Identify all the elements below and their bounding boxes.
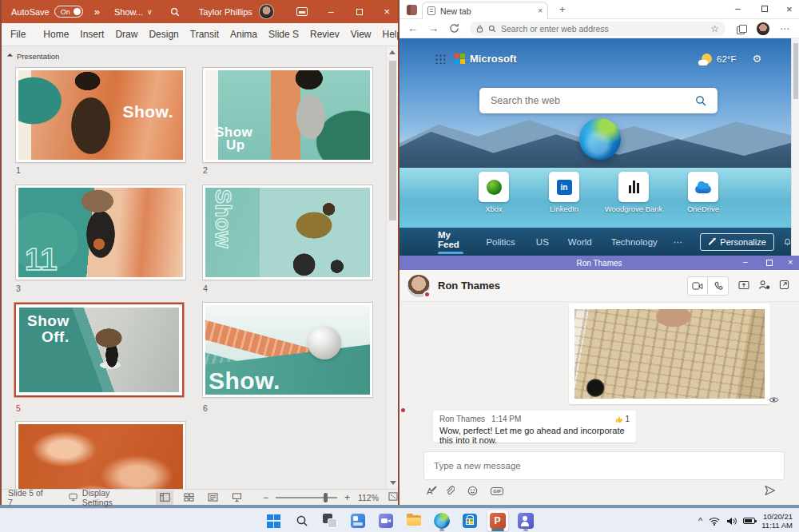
scrollbar-thumb[interactable] bbox=[389, 61, 396, 220]
microsoft-logo[interactable]: Microsoft bbox=[455, 53, 517, 65]
file-explorer-button[interactable] bbox=[403, 510, 424, 531]
minimize-button[interactable]: – bbox=[328, 6, 334, 18]
slide-thumbnail-7[interactable] bbox=[16, 422, 185, 489]
shortcut-onedrive[interactable] bbox=[688, 172, 718, 202]
zoom-slider[interactable] bbox=[276, 497, 337, 498]
wifi-icon[interactable] bbox=[709, 517, 720, 526]
ribbon-display-options-icon[interactable] bbox=[296, 7, 308, 16]
scroll-up-icon[interactable] bbox=[389, 50, 396, 54]
ribbon-tab-animations[interactable]: Anima bbox=[225, 29, 263, 40]
feed-tab-my-feed[interactable]: My Feed bbox=[438, 230, 463, 254]
tab-close-icon[interactable]: × bbox=[538, 6, 543, 15]
shortcut-xbox[interactable] bbox=[479, 172, 509, 202]
autosave-toggle[interactable]: On bbox=[54, 6, 83, 18]
ribbon-tab-slideshow[interactable]: Slide S bbox=[263, 29, 304, 40]
zoom-out-button[interactable]: − bbox=[263, 492, 268, 503]
send-icon[interactable] bbox=[764, 485, 776, 496]
minimize-button[interactable]: – bbox=[735, 3, 741, 14]
contact-avatar[interactable] bbox=[407, 275, 430, 297]
shortcut-woodgrove-bank[interactable] bbox=[618, 172, 649, 202]
ribbon-tab-review[interactable]: Reviev bbox=[304, 29, 345, 40]
account-avatar[interactable] bbox=[259, 4, 274, 19]
pop-out-button[interactable] bbox=[779, 279, 789, 293]
document-title[interactable]: Show... bbox=[114, 7, 143, 17]
forward-button[interactable]: → bbox=[428, 22, 439, 34]
ribbon-tab-file[interactable]: File bbox=[5, 29, 31, 40]
title-dropdown-icon[interactable]: ∨ bbox=[147, 8, 153, 16]
address-input[interactable] bbox=[501, 24, 706, 34]
tray-overflow-chevron-icon[interactable]: ^ bbox=[698, 516, 702, 526]
web-search-box[interactable] bbox=[479, 88, 718, 113]
ribbon-tab-home[interactable]: Home bbox=[38, 29, 74, 40]
scroll-down-icon[interactable] bbox=[390, 481, 396, 485]
search-icon[interactable] bbox=[695, 95, 706, 106]
thumbnail-scrollbar[interactable] bbox=[386, 46, 398, 489]
feed-more-tabs-icon[interactable]: ⋯ bbox=[674, 236, 683, 248]
feed-tab-world[interactable]: World bbox=[568, 237, 592, 247]
reading-view-button[interactable] bbox=[204, 490, 221, 505]
ribbon-tab-draw[interactable]: Draw bbox=[109, 29, 143, 40]
search-icon[interactable] bbox=[170, 7, 180, 17]
slide-thumbnail-3[interactable]: 11 bbox=[16, 185, 185, 280]
account-name[interactable]: Taylor Phillips bbox=[199, 7, 252, 17]
display-settings-button[interactable]: Display Settings bbox=[69, 488, 137, 507]
back-button[interactable]: ← bbox=[407, 22, 418, 34]
volume-icon[interactable] bbox=[726, 517, 737, 526]
format-icon[interactable]: A bbox=[427, 486, 432, 496]
add-people-button[interactable] bbox=[758, 279, 770, 293]
profile-avatar[interactable] bbox=[757, 22, 769, 35]
battery-icon[interactable] bbox=[743, 518, 755, 524]
video-call-button[interactable] bbox=[687, 276, 708, 296]
slide-thumbnail-2[interactable]: Show Up bbox=[203, 68, 372, 162]
slide-thumbnail-4[interactable]: Show bbox=[203, 185, 372, 280]
zoom-slider-thumb[interactable] bbox=[324, 493, 328, 502]
attach-icon[interactable] bbox=[445, 486, 455, 496]
refresh-icon[interactable] bbox=[449, 23, 459, 34]
chat-button[interactable] bbox=[376, 510, 396, 531]
start-button[interactable] bbox=[264, 510, 284, 531]
page-settings-gear-icon[interactable]: ⚙ bbox=[752, 53, 761, 65]
fit-slide-button[interactable] bbox=[388, 492, 398, 502]
message-reaction[interactable]: 1 bbox=[615, 415, 630, 423]
presentation-section-header[interactable]: Presentation bbox=[8, 52, 59, 61]
tab-actions-menu-icon[interactable] bbox=[407, 5, 417, 15]
powerpoint-taskbar-button[interactable]: P bbox=[487, 510, 508, 531]
close-button[interactable]: × bbox=[786, 3, 793, 15]
taskbar-search-button[interactable] bbox=[292, 510, 312, 531]
maximize-button[interactable] bbox=[356, 9, 363, 15]
zoom-level[interactable]: 112% bbox=[358, 493, 379, 502]
maximize-button[interactable] bbox=[761, 6, 768, 12]
ribbon-tab-view[interactable]: View bbox=[345, 29, 377, 40]
browser-tab-new-tab[interactable]: New tab × bbox=[422, 2, 548, 19]
shortcut-linkedin[interactable]: in bbox=[549, 172, 579, 202]
address-bar[interactable]: ☆ bbox=[470, 22, 725, 36]
minimize-button[interactable]: – bbox=[743, 257, 748, 266]
settings-overflow-icon[interactable]: ⋯ bbox=[780, 23, 789, 34]
zoom-in-button[interactable]: + bbox=[344, 492, 350, 503]
edge-taskbar-button[interactable] bbox=[431, 510, 452, 531]
normal-view-button[interactable] bbox=[156, 490, 173, 505]
app-launcher-icon[interactable] bbox=[435, 54, 445, 64]
collections-icon[interactable] bbox=[737, 25, 745, 33]
compose-box[interactable] bbox=[423, 451, 785, 480]
quick-access-overflow[interactable]: » bbox=[94, 6, 100, 18]
widgets-button[interactable] bbox=[348, 510, 368, 531]
slide-thumbnail-6[interactable]: Show. bbox=[203, 303, 372, 397]
favorites-star-icon[interactable]: ☆ bbox=[710, 23, 719, 34]
gif-icon[interactable]: GIF bbox=[491, 487, 503, 495]
ribbon-tab-design[interactable]: Design bbox=[143, 29, 184, 40]
slideshow-view-button[interactable] bbox=[228, 490, 245, 505]
task-view-button[interactable] bbox=[320, 510, 340, 531]
teams-taskbar-button[interactable] bbox=[515, 510, 536, 531]
scrollbar-thumb[interactable] bbox=[793, 43, 798, 99]
microsoft-store-button[interactable] bbox=[459, 510, 480, 531]
clock[interactable]: 10/20/21 11:11 AM bbox=[761, 512, 793, 530]
ribbon-tab-insert[interactable]: Insert bbox=[74, 29, 109, 40]
feed-tab-technology[interactable]: Technology bbox=[611, 237, 658, 247]
weather-widget[interactable]: 62°F ⚙ bbox=[702, 53, 761, 65]
compose-input[interactable] bbox=[434, 461, 774, 470]
audio-call-button[interactable] bbox=[708, 276, 729, 296]
shared-image-message[interactable] bbox=[569, 304, 770, 404]
slide-thumbnail-5-selected[interactable]: Show Off. bbox=[14, 303, 184, 397]
feed-tab-us[interactable]: US bbox=[536, 237, 549, 247]
